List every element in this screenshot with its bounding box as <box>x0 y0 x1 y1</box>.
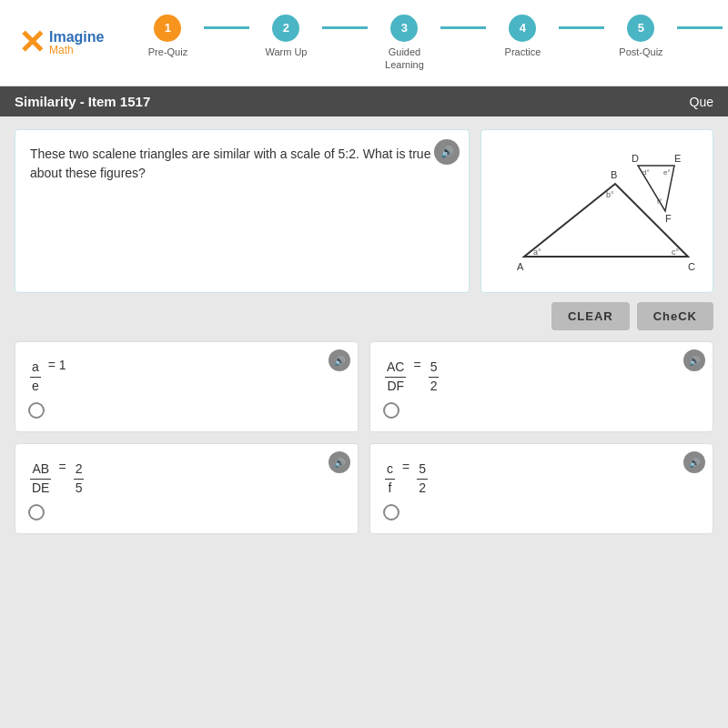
speaker-icon: 🔊 <box>689 458 700 468</box>
check-button[interactable]: CheCK <box>637 302 713 330</box>
svg-text:f°: f° <box>657 197 662 206</box>
step-label-1: Pre-Quiz <box>148 46 187 58</box>
step-circle-2: 2 <box>272 15 299 42</box>
step-1[interactable]: 1 Pre-Quiz <box>131 15 204 58</box>
logo-x-icon: ✕ <box>18 26 46 59</box>
step-5[interactable]: 5 Post-Quiz <box>604 15 677 58</box>
answer-a-content: a e = 1 <box>28 359 345 395</box>
svg-text:E: E <box>674 153 681 164</box>
fraction-a-e: a e <box>30 359 41 395</box>
main-content: These two scalene triangles are similar … <box>0 116 728 547</box>
title-bar: Similarity - Item 1517 Que <box>0 86 728 116</box>
svg-text:a°: a° <box>533 248 541 257</box>
steps-container: 1 Pre-Quiz 2 Warm Up 3 GuidedLearning 4 … <box>131 15 728 72</box>
fraction-ab-de: AB DE <box>30 460 51 497</box>
step-circle-3: 3 <box>390 15 418 42</box>
answer-b-audio-button[interactable]: 🔊 <box>683 349 705 371</box>
answer-b-radio[interactable] <box>383 402 399 419</box>
svg-text:D: D <box>632 153 639 164</box>
clear-button[interactable]: CLEAR <box>551 302 630 330</box>
step-3[interactable]: 3 GuidedLearning <box>368 15 440 72</box>
svg-text:F: F <box>665 213 672 224</box>
question-text: These two scalene triangles are similar … <box>30 145 454 183</box>
answer-d-content: c f = 5 2 <box>383 460 700 497</box>
fraction-c-f: c f <box>385 460 395 497</box>
question-box: These two scalene triangles are similar … <box>15 129 470 293</box>
answer-d-radio[interactable] <box>383 504 399 521</box>
speaker-icon: 🔊 <box>689 356 700 366</box>
step-line-1 <box>204 26 249 29</box>
answer-card-a[interactable]: 🔊 a e = 1 <box>15 341 359 432</box>
question-audio-button[interactable]: 🔊 <box>434 139 460 165</box>
answer-a-radio[interactable] <box>28 402 45 419</box>
step-circle-1: 1 <box>154 15 181 42</box>
answer-card-d[interactable]: 🔊 c f = 5 2 <box>369 443 713 534</box>
step-4[interactable]: 4 Practice <box>486 15 559 58</box>
step-line-2 <box>322 26 368 29</box>
answers-grid: 🔊 a e = 1 🔊 AC DF = <box>15 341 713 534</box>
svg-text:c°: c° <box>672 248 680 257</box>
fraction-ac-df: AC DF <box>385 359 406 395</box>
logo: ✕ Imagine Math <box>18 26 104 59</box>
svg-text:B: B <box>611 169 617 180</box>
item-title: Similarity - Item 1517 <box>15 94 150 109</box>
progress-bar: 1 Pre-Quiz 2 Warm Up 3 GuidedLearning 4 … <box>131 15 728 72</box>
logo-math: Math <box>49 45 104 56</box>
speaker-icon: 🔊 <box>440 146 454 158</box>
step-label-4: Practice <box>505 46 541 58</box>
svg-text:C: C <box>688 261 695 272</box>
fraction-5-2-b: 5 2 <box>429 359 440 395</box>
title-bar-right: Que <box>690 95 713 109</box>
answer-c-audio-button[interactable]: 🔊 <box>329 451 350 473</box>
answer-d-audio-button[interactable]: 🔊 <box>683 451 705 473</box>
speaker-icon: 🔊 <box>334 356 345 366</box>
step-line-4 <box>559 26 604 29</box>
buttons-row: CLEAR CheCK <box>15 302 713 330</box>
step-line-3 <box>440 26 486 29</box>
fraction-2-5: 2 5 <box>74 460 85 497</box>
step-label-2: Warm Up <box>265 46 307 58</box>
header: ✕ Imagine Math 1 Pre-Quiz 2 Warm Up 3 Gu… <box>0 0 728 86</box>
speaker-icon: 🔊 <box>334 458 345 468</box>
step-circle-4: 4 <box>509 15 536 42</box>
question-row: These two scalene triangles are similar … <box>15 129 713 293</box>
svg-text:b°: b° <box>606 190 614 199</box>
step-line-5 <box>677 26 723 29</box>
step-label-3: GuidedLearning <box>385 46 424 72</box>
answer-c-radio[interactable] <box>28 504 45 521</box>
step-label-5: Post-Quiz <box>619 46 662 58</box>
logo-imagine: Imagine <box>49 29 104 46</box>
answer-a-audio-button[interactable]: 🔊 <box>329 349 350 371</box>
triangle-diagram: A B C a° b° c° D E F d° e° f° <box>497 138 697 284</box>
answer-card-b[interactable]: 🔊 AC DF = 5 2 <box>369 341 713 432</box>
diagram-box: A B C a° b° c° D E F d° e° f° <box>480 129 713 293</box>
step-circle-5: 5 <box>627 15 654 42</box>
step-6[interactable]: 6 Finish <box>723 15 728 58</box>
svg-text:d°: d° <box>642 168 650 177</box>
svg-text:A: A <box>517 261 524 272</box>
answer-c-content: AB DE = 2 5 <box>28 460 345 497</box>
answer-card-c[interactable]: 🔊 AB DE = 2 5 <box>15 443 359 534</box>
svg-text:e°: e° <box>663 168 671 177</box>
answer-b-content: AC DF = 5 2 <box>383 359 700 395</box>
step-2[interactable]: 2 Warm Up <box>249 15 322 58</box>
fraction-5-2-d: 5 2 <box>417 460 428 497</box>
